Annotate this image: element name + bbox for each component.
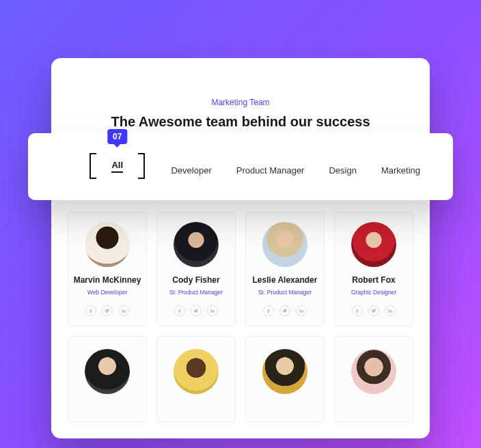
- social-row: [161, 305, 231, 316]
- facebook-icon[interactable]: [85, 305, 96, 316]
- social-row: [250, 305, 320, 316]
- page-title: The Awesome team behind our success: [51, 114, 430, 130]
- member-card: [334, 336, 413, 422]
- facebook-icon[interactable]: [174, 305, 185, 316]
- member-role: Graphic Designer: [339, 289, 409, 296]
- team-card: Marketing Team The Awesome team behind o…: [51, 58, 430, 438]
- member-card: Cody Fisher Sr. Product Manager: [156, 212, 236, 326]
- avatar: [262, 349, 307, 394]
- member-name: Cody Fisher: [161, 275, 231, 285]
- eyebrow: Marketing Team: [51, 58, 430, 107]
- bracket-left-icon: [90, 153, 96, 179]
- linkedin-icon[interactable]: [118, 305, 129, 316]
- social-row: [72, 305, 142, 316]
- twitter-icon[interactable]: [279, 305, 290, 316]
- tab-all[interactable]: 07 All: [90, 152, 145, 180]
- tab-design[interactable]: Design: [326, 161, 359, 180]
- social-row: [339, 305, 409, 316]
- twitter-icon[interactable]: [191, 305, 202, 316]
- member-card: Robert Fox Graphic Designer: [334, 212, 413, 326]
- member-name: Marvin McKinney: [72, 275, 142, 285]
- tab-product-manager[interactable]: Product Manager: [234, 161, 307, 180]
- member-card: [68, 336, 147, 422]
- member-role: Sr. Product Manager: [161, 289, 231, 296]
- avatar: [85, 349, 130, 394]
- member-card: [245, 336, 325, 422]
- member-role: Web Developer: [72, 289, 142, 296]
- member-card: Marvin McKinney Web Developer: [68, 212, 147, 326]
- bracket-right-icon: [138, 153, 145, 179]
- member-role: Sr. Product Manager: [250, 289, 320, 296]
- member-card: Leslie Alexander Sr. Product Manager: [245, 212, 325, 326]
- twitter-icon[interactable]: [102, 305, 113, 316]
- avatar: [262, 222, 307, 267]
- filter-bar: 07 All Developer Product Manager Design …: [28, 133, 453, 200]
- avatar: [174, 349, 219, 394]
- tab-all-label: All: [111, 160, 123, 173]
- avatar: [85, 222, 130, 267]
- avatar: [174, 222, 219, 267]
- linkedin-icon[interactable]: [385, 305, 396, 316]
- member-name: Robert Fox: [339, 275, 409, 285]
- avatar: [351, 222, 396, 267]
- tab-marketing[interactable]: Marketing: [379, 161, 423, 180]
- twitter-icon[interactable]: [368, 305, 379, 316]
- linkedin-icon[interactable]: [207, 305, 218, 316]
- avatar: [351, 349, 396, 394]
- count-badge: 07: [107, 129, 127, 144]
- facebook-icon[interactable]: [263, 305, 274, 316]
- tab-developer[interactable]: Developer: [168, 161, 214, 180]
- facebook-icon[interactable]: [352, 305, 363, 316]
- member-card: [156, 336, 236, 422]
- linkedin-icon[interactable]: [296, 305, 307, 316]
- member-name: Leslie Alexander: [250, 275, 320, 285]
